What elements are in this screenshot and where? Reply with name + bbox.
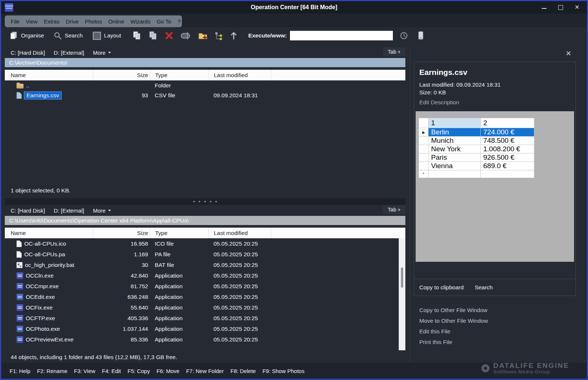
panel-close-icon[interactable]: ✕ [566, 50, 571, 57]
search-button[interactable]: Search [475, 284, 493, 291]
grid-cell[interactable]: New York [429, 145, 481, 153]
menu-item-extras[interactable]: Extras [44, 18, 60, 25]
grid-row[interactable]: Munich748.500 € [419, 137, 534, 145]
search-icon[interactable] [54, 32, 62, 40]
file-row[interactable]: OC-all-CPUs.ico16.958ICO file05.05.2025 … [5, 238, 405, 249]
fkey-f7[interactable]: F7: New Folder [186, 368, 224, 374]
folder-tree-icon[interactable] [215, 31, 223, 40]
move-icon[interactable] [148, 31, 158, 40]
file-name: oc_high_priority.bat [25, 262, 74, 268]
file-row[interactable]: oc_high_priority.bat30BAT file05.05.2025… [5, 260, 405, 270]
file-row[interactable]: OCPhoto.exe1.037.144Application05.05.202… [5, 323, 405, 334]
menu-item-go-to[interactable]: Go To [157, 18, 171, 25]
grid-column-header[interactable]: 2 [481, 118, 534, 128]
new-folder-icon[interactable] [198, 31, 208, 40]
menu-item-drive[interactable]: Drive [66, 18, 79, 25]
vertical-scrollbar[interactable] [399, 238, 405, 350]
fkey-f6[interactable]: F6: Move [157, 368, 180, 374]
copy-icon[interactable] [132, 31, 142, 40]
fkey-f9[interactable]: F9: Show Photos [262, 368, 304, 374]
file-row[interactable]: OCCln.exe42.840Application05.05.2025 20:… [5, 270, 405, 281]
drive-tab-d[interactable]: D: [External] [54, 50, 84, 56]
file-name: OC-all-CPUs.ico [24, 240, 66, 247]
grid-cell[interactable]: 926.500 € [481, 153, 534, 162]
organise-button[interactable]: Organise [21, 32, 44, 39]
fkey-f8[interactable]: F8: Delete [230, 368, 256, 374]
grid-row[interactable]: Vienna689.0 € [419, 162, 534, 170]
grid-cell[interactable]: 1.008.200 € [481, 145, 534, 153]
grid-row[interactable]: Paris926.500 € [419, 153, 534, 162]
menu-item-[interactable]: ? [178, 18, 180, 25]
column-header-name[interactable]: Name [5, 70, 93, 80]
column-header-type[interactable]: Type [150, 228, 208, 238]
file-row[interactable]: OCFix.exe55.640Application05.05.2025 20:… [5, 302, 405, 313]
drive-tab-c[interactable]: C: [Hard Disk] [11, 50, 45, 56]
action-edit-this-file[interactable]: Edit this File [419, 328, 488, 335]
grid-column-header[interactable]: 1 [429, 118, 481, 128]
layout-icon[interactable] [92, 31, 101, 40]
file-row[interactable]: OCFTP.exe405.336Application05.05.2025 20… [5, 313, 405, 323]
grid-cell[interactable]: Munich [429, 137, 481, 145]
menu-item-online[interactable]: Online [108, 18, 124, 25]
fkey-f3[interactable]: F3: View [74, 368, 95, 374]
mobile-phone-icon[interactable] [416, 31, 424, 40]
new-tab-button[interactable]: Tab + [383, 47, 405, 56]
action-move-to-other-file-window[interactable]: Move to Other File Window [419, 318, 488, 324]
column-header-size[interactable]: Size [93, 70, 150, 80]
fkey-f5[interactable]: F5: Copy [128, 368, 150, 374]
action-print-this-file[interactable]: Print this File [419, 339, 488, 345]
minimize-button[interactable] [542, 6, 546, 9]
scrollbar-thumb[interactable] [401, 268, 403, 287]
grid-row[interactable]: New York1.008.200 € [419, 145, 534, 153]
path-bar-bottom[interactable]: C:\Users\info\Documents\Operation Center… [5, 216, 405, 225]
file-row[interactable]: Earnings.csv93CSV file09.09.2024 18:31 [5, 90, 405, 100]
file-row[interactable]: OCPreviewExt.exe85.336Application05.05.2… [5, 334, 405, 345]
fkey-f1[interactable]: F1: Help [10, 368, 31, 374]
execute-input[interactable] [290, 31, 393, 40]
grid-cell[interactable]: 724.000 € [481, 128, 534, 137]
copy-to-clipboard-button[interactable]: Copy to clipboard [419, 284, 464, 291]
file-list-bottom: OC-all-CPUs.ico16.958ICO file05.05.2025 … [5, 238, 405, 350]
fkey-f4[interactable]: F4: Edit [102, 368, 121, 374]
maximize-button[interactable] [558, 5, 563, 10]
grid-cell[interactable]: Berlin [429, 128, 481, 137]
grid-cell[interactable]: Vienna [429, 162, 481, 170]
path-bar-top[interactable]: C:\Archive\Documents\ [5, 58, 405, 67]
fkey-f2[interactable]: F2: Rename [37, 368, 68, 374]
edit-description-link[interactable]: Edit Description [419, 99, 576, 106]
drive-tab-d[interactable]: D: [External] [54, 207, 84, 214]
history-clock-icon[interactable] [399, 31, 408, 40]
menu-item-photos[interactable]: Photos [85, 18, 102, 25]
search-button[interactable]: Search [65, 32, 83, 39]
pane-splitter[interactable] [5, 198, 405, 205]
rename-icon[interactable] [180, 31, 191, 40]
menu-item-file[interactable]: File [11, 18, 19, 25]
up-directory-icon[interactable] [230, 31, 237, 40]
close-button[interactable]: ✕ [575, 4, 580, 10]
column-header-name[interactable]: Name [5, 228, 93, 238]
action-copy-to-other-file-window[interactable]: Copy to Other File Window [419, 307, 488, 314]
preview-filename: Earnings.csv [419, 68, 576, 77]
file-row[interactable]: OCEdit.exe636.248Application05.05.2025 2… [5, 292, 405, 302]
column-header-modified[interactable]: Last modified [208, 70, 271, 80]
new-tab-button[interactable]: Tab + [383, 205, 405, 214]
file-modified: 05.05.2025 20:25 [208, 304, 271, 311]
file-row[interactable]: ..Folder [5, 80, 405, 90]
file-row[interactable]: OC-all-CPUs.pa1.169PA file05.05.2025 20:… [5, 249, 405, 260]
column-header-modified[interactable]: Last modified [208, 228, 271, 238]
more-tabs-dropdown[interactable]: More [93, 50, 111, 56]
organise-icon[interactable] [9, 31, 18, 40]
column-header-size[interactable]: Size [93, 228, 150, 238]
drive-tab-c[interactable]: C: [Hard Disk] [11, 207, 45, 214]
grid-row[interactable]: ▶Berlin724.000 € [419, 128, 534, 137]
column-header-type[interactable]: Type [150, 70, 208, 80]
delete-icon[interactable] [165, 31, 173, 40]
file-row[interactable]: OCCmpr.exe81.752Application05.05.2025 20… [5, 281, 405, 292]
grid-cell[interactable]: 748.500 € [481, 137, 534, 145]
menu-item-view[interactable]: View [26, 18, 37, 25]
menu-item-wizards[interactable]: Wizards [130, 18, 150, 25]
layout-button[interactable]: Layout [104, 32, 121, 39]
more-tabs-dropdown[interactable]: More [93, 207, 111, 214]
grid-cell[interactable]: 689.0 € [481, 162, 534, 170]
grid-cell[interactable]: Paris [429, 153, 481, 162]
